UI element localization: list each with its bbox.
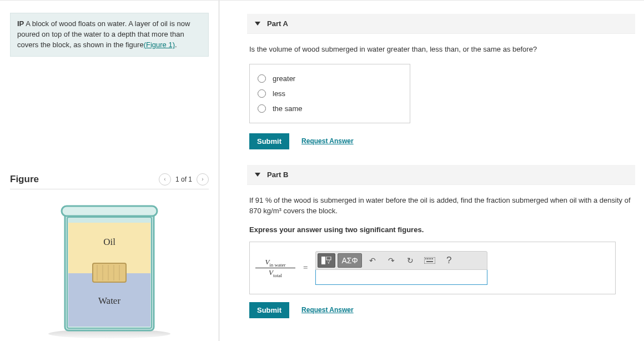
choice-label: less: [273, 89, 285, 98]
equation-toolbar: √ ΑΣΦ ↶ ↷ ↻ ?: [315, 251, 487, 270]
svg-rect-15: [424, 257, 435, 264]
svg-rect-16: [425, 258, 426, 259]
beaker-diagram: Oil Water: [37, 198, 182, 341]
svg-rect-12: [321, 257, 325, 264]
oil-label: Oil: [103, 237, 115, 247]
svg-rect-21: [426, 261, 433, 262]
part-b-body: If 91 % of the wood is submerged in wate…: [247, 195, 635, 318]
submit-button[interactable]: Submit: [249, 133, 289, 149]
greek-symbols-button[interactable]: ΑΣΦ: [338, 253, 361, 268]
part-a-body: Is the volume of wood submerged in water…: [247, 44, 635, 149]
svg-rect-17: [427, 258, 428, 259]
help-button[interactable]: ?: [441, 253, 457, 268]
svg-text:√: √: [328, 260, 330, 264]
radio-greater[interactable]: [258, 74, 266, 83]
figure-heading: Figure: [10, 174, 39, 185]
part-b-hint: Express your answer using two significan…: [249, 225, 635, 234]
svg-rect-18: [429, 258, 430, 259]
radio-less[interactable]: [258, 89, 266, 98]
input-stack: √ ΑΣΦ ↶ ↷ ↻ ?: [315, 251, 487, 285]
pager-next-button[interactable]: ›: [197, 173, 209, 185]
answer-variable-label: Vin water Vtotal: [255, 258, 295, 278]
caret-down-icon: [255, 173, 260, 177]
submit-button[interactable]: Submit: [249, 302, 289, 318]
undo-icon[interactable]: ↶: [364, 253, 381, 268]
part-a-choices: greater less the same: [249, 64, 410, 123]
keyboard-icon[interactable]: [421, 253, 439, 268]
pager-position: 1 of 1: [175, 175, 192, 183]
svg-rect-20: [432, 258, 433, 259]
part-b-title: Part B: [267, 170, 288, 179]
choice-row: the same: [258, 101, 402, 116]
answer-input[interactable]: [315, 269, 487, 285]
choice-row: greater: [258, 71, 402, 86]
choice-label: the same: [273, 104, 302, 113]
templates-icon[interactable]: √: [318, 253, 335, 268]
figure-header: Figure ‹ 1 of 1 ›: [10, 173, 209, 189]
request-answer-link[interactable]: Request Answer: [301, 306, 354, 314]
reset-icon[interactable]: ↻: [402, 253, 419, 268]
part-b-question: If 91 % of the wood is submerged in wate…: [249, 195, 635, 217]
part-b-header[interactable]: Part B: [247, 165, 635, 185]
part-a-header[interactable]: Part A: [247, 14, 635, 34]
right-column: Part A Is the volume of wood submerged i…: [219, 1, 644, 341]
part-b-actions: Submit Request Answer: [249, 302, 635, 318]
problem-prefix: IP: [17, 19, 24, 28]
figure-image: Oil Water: [10, 198, 209, 341]
left-column: IP A block of wood floats on water. A la…: [0, 1, 219, 341]
water-label: Water: [98, 295, 120, 306]
figure-pager: ‹ 1 of 1 ›: [159, 173, 209, 185]
choice-label: greater: [273, 74, 295, 83]
caret-down-icon: [255, 22, 260, 26]
radio-same[interactable]: [258, 104, 266, 113]
pager-prev-button[interactable]: ‹: [159, 173, 171, 185]
part-a-question: Is the volume of wood submerged in water…: [249, 44, 635, 55]
svg-rect-2: [62, 206, 157, 216]
redo-icon[interactable]: ↷: [383, 253, 400, 268]
figure-link[interactable]: (Figure 1): [144, 41, 175, 49]
equals-sign: =: [303, 263, 308, 273]
svg-rect-19: [430, 258, 431, 259]
answer-panel: Vin water Vtotal = √ ΑΣΦ ↶ ↷ ↻: [249, 242, 616, 294]
part-a-title: Part A: [267, 19, 288, 28]
part-a-actions: Submit Request Answer: [249, 133, 635, 149]
svg-rect-6: [93, 263, 126, 282]
choice-row: less: [258, 86, 402, 101]
request-answer-link[interactable]: Request Answer: [301, 137, 354, 145]
problem-statement: IP A block of wood floats on water. A la…: [10, 13, 209, 57]
